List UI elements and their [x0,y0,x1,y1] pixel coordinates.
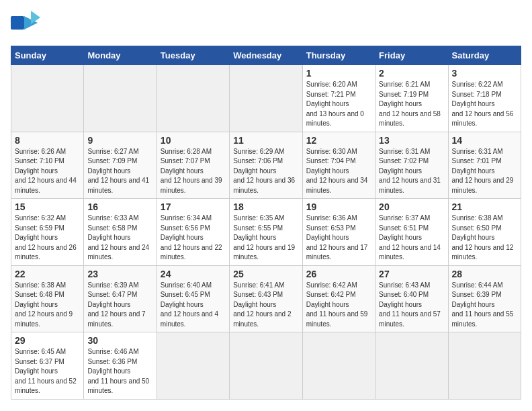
calendar-cell: 3Sunrise: 6:22 AMSunset: 7:18 PMDaylight… [448,65,521,132]
calendar-week-row: 29Sunrise: 6:45 AMSunset: 6:37 PMDayligh… [11,332,521,400]
day-number: 12 [306,135,371,146]
calendar-cell: 12Sunrise: 6:30 AMSunset: 7:04 PMDayligh… [302,132,375,199]
calendar-cell [230,332,302,400]
calendar-cell: 17Sunrise: 6:34 AMSunset: 6:56 PMDayligh… [157,199,229,266]
day-number: 30 [87,335,152,346]
column-header-thursday: Thursday [302,46,375,65]
calendar-cell: 15Sunrise: 6:32 AMSunset: 6:59 PMDayligh… [11,199,84,266]
calendar-cell: 30Sunrise: 6:46 AMSunset: 6:36 PMDayligh… [84,332,157,400]
calendar-cell: 8Sunrise: 6:26 AMSunset: 7:10 PMDaylight… [11,132,84,199]
day-number: 3 [452,68,517,79]
calendar-cell: 1Sunrise: 6:20 AMSunset: 7:21 PMDaylight… [302,65,375,132]
calendar-cell: 25Sunrise: 6:41 AMSunset: 6:43 PMDayligh… [230,265,302,332]
calendar-cell: 14Sunrise: 6:31 AMSunset: 7:01 PMDayligh… [448,132,521,199]
calendar-cell [375,332,448,400]
day-number: 13 [379,135,444,146]
day-number: 21 [452,201,517,212]
day-info: Sunrise: 6:40 AMSunset: 6:45 PMDaylight … [161,281,226,330]
calendar-cell: 2Sunrise: 6:21 AMSunset: 7:19 PMDaylight… [375,65,448,132]
day-info: Sunrise: 6:30 AMSunset: 7:04 PMDaylight … [306,147,371,196]
calendar-cell [448,332,521,400]
logo-icon [11,11,40,38]
column-header-sunday: Sunday [11,46,84,65]
column-header-tuesday: Tuesday [157,46,229,65]
calendar-cell [11,65,84,132]
day-number: 29 [15,335,80,346]
day-number: 22 [15,269,80,279]
day-number: 20 [379,201,444,212]
calendar-cell: 22Sunrise: 6:38 AMSunset: 6:48 PMDayligh… [11,265,84,332]
calendar-cell [302,332,375,400]
day-number: 23 [87,269,152,279]
calendar-table: SundayMondayTuesdayWednesdayThursdayFrid… [11,46,521,400]
day-number: 16 [87,201,152,212]
day-info: Sunrise: 6:38 AMSunset: 6:50 PMDaylight … [452,214,517,263]
day-info: Sunrise: 6:32 AMSunset: 6:59 PMDaylight … [15,214,80,263]
day-number: 17 [161,201,226,212]
calendar-cell: 21Sunrise: 6:38 AMSunset: 6:50 PMDayligh… [448,199,521,266]
calendar-cell [157,65,229,132]
day-number: 11 [233,135,298,146]
calendar-cell: 18Sunrise: 6:35 AMSunset: 6:55 PMDayligh… [230,199,302,266]
day-info: Sunrise: 6:26 AMSunset: 7:10 PMDaylight … [15,147,80,196]
page-header [11,11,521,38]
day-number: 26 [306,269,371,279]
svg-rect-0 [11,16,24,30]
day-number: 25 [233,269,298,279]
calendar-cell: 27Sunrise: 6:43 AMSunset: 6:40 PMDayligh… [375,265,448,332]
day-number: 14 [452,135,517,146]
day-number: 10 [161,135,226,146]
day-info: Sunrise: 6:28 AMSunset: 7:07 PMDaylight … [161,147,226,196]
column-header-monday: Monday [84,46,157,65]
day-number: 27 [379,269,444,279]
calendar-cell: 28Sunrise: 6:44 AMSunset: 6:39 PMDayligh… [448,265,521,332]
day-number: 2 [379,68,444,79]
calendar-week-row: 8Sunrise: 6:26 AMSunset: 7:10 PMDaylight… [11,132,521,199]
calendar-cell: 10Sunrise: 6:28 AMSunset: 7:07 PMDayligh… [157,132,229,199]
calendar-cell [157,332,229,400]
day-number: 28 [452,269,517,279]
calendar-cell: 24Sunrise: 6:40 AMSunset: 6:45 PMDayligh… [157,265,229,332]
calendar-cell: 26Sunrise: 6:42 AMSunset: 6:42 PMDayligh… [302,265,375,332]
calendar-cell: 16Sunrise: 6:33 AMSunset: 6:58 PMDayligh… [84,199,157,266]
day-info: Sunrise: 6:35 AMSunset: 6:55 PMDaylight … [233,214,298,263]
column-header-wednesday: Wednesday [230,46,302,65]
column-header-friday: Friday [375,46,448,65]
calendar-cell: 11Sunrise: 6:29 AMSunset: 7:06 PMDayligh… [230,132,302,199]
day-info: Sunrise: 6:41 AMSunset: 6:43 PMDaylight … [233,281,298,330]
calendar-week-row: 1Sunrise: 6:20 AMSunset: 7:21 PMDaylight… [11,65,521,132]
day-info: Sunrise: 6:20 AMSunset: 7:21 PMDaylight … [306,80,371,129]
calendar-cell [84,65,157,132]
calendar-header-row: SundayMondayTuesdayWednesdayThursdayFrid… [11,46,521,65]
day-info: Sunrise: 6:31 AMSunset: 7:02 PMDaylight … [379,147,444,196]
day-number: 18 [233,201,298,212]
calendar-week-row: 22Sunrise: 6:38 AMSunset: 6:48 PMDayligh… [11,265,521,332]
calendar-week-row: 15Sunrise: 6:32 AMSunset: 6:59 PMDayligh… [11,199,521,266]
calendar-cell: 23Sunrise: 6:39 AMSunset: 6:47 PMDayligh… [84,265,157,332]
calendar-cell [230,65,302,132]
day-info: Sunrise: 6:33 AMSunset: 6:58 PMDaylight … [87,214,152,263]
day-info: Sunrise: 6:27 AMSunset: 7:09 PMDaylight … [87,147,152,196]
calendar-cell: 20Sunrise: 6:37 AMSunset: 6:51 PMDayligh… [375,199,448,266]
day-info: Sunrise: 6:39 AMSunset: 6:47 PMDaylight … [87,281,152,330]
day-info: Sunrise: 6:44 AMSunset: 6:39 PMDaylight … [452,281,517,330]
day-info: Sunrise: 6:22 AMSunset: 7:18 PMDaylight … [452,80,517,129]
day-info: Sunrise: 6:46 AMSunset: 6:36 PMDaylight … [87,347,152,396]
calendar-cell: 9Sunrise: 6:27 AMSunset: 7:09 PMDaylight… [84,132,157,199]
day-info: Sunrise: 6:34 AMSunset: 6:56 PMDaylight … [161,214,226,263]
day-number: 24 [161,269,226,279]
day-info: Sunrise: 6:36 AMSunset: 6:53 PMDaylight … [306,214,371,263]
day-info: Sunrise: 6:31 AMSunset: 7:01 PMDaylight … [452,147,517,196]
day-info: Sunrise: 6:42 AMSunset: 6:42 PMDaylight … [306,281,371,330]
day-info: Sunrise: 6:37 AMSunset: 6:51 PMDaylight … [379,214,444,263]
day-number: 15 [15,201,80,212]
day-number: 9 [87,135,152,146]
day-info: Sunrise: 6:38 AMSunset: 6:48 PMDaylight … [15,281,80,330]
day-info: Sunrise: 6:29 AMSunset: 7:06 PMDaylight … [233,147,298,196]
calendar-cell: 29Sunrise: 6:45 AMSunset: 6:37 PMDayligh… [11,332,84,400]
calendar-cell: 13Sunrise: 6:31 AMSunset: 7:02 PMDayligh… [375,132,448,199]
day-info: Sunrise: 6:43 AMSunset: 6:40 PMDaylight … [379,281,444,330]
calendar-cell: 19Sunrise: 6:36 AMSunset: 6:53 PMDayligh… [302,199,375,266]
logo [11,11,44,38]
day-number: 8 [15,135,80,146]
